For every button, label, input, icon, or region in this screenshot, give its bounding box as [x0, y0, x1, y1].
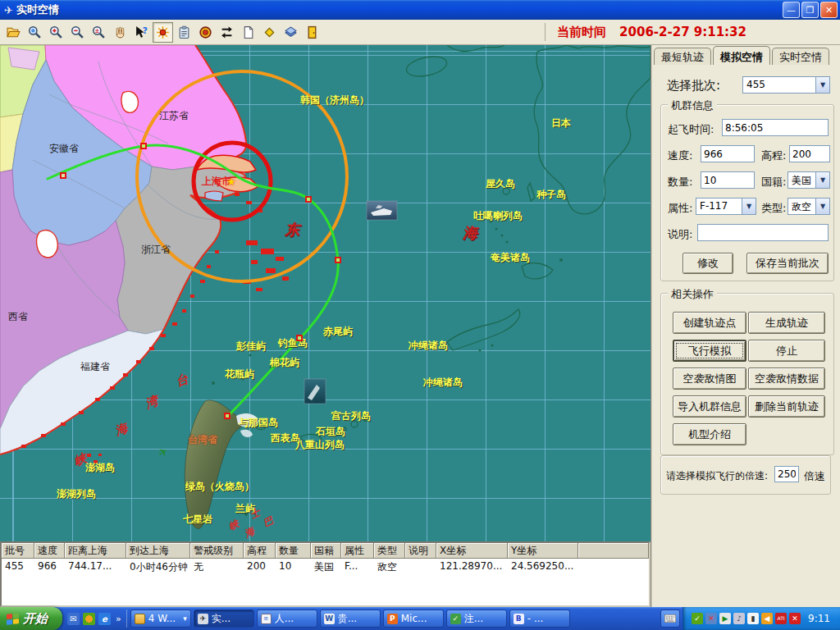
- zoom-extent-icon[interactable]: ±: [89, 22, 109, 43]
- chevron-down-icon[interactable]: ▾: [183, 614, 187, 623]
- speed-field[interactable]: [701, 145, 755, 162]
- taskbar-task-app-b[interactable]: B- ...: [509, 609, 570, 628]
- zoom-in-icon[interactable]: [46, 22, 66, 43]
- map-label: 八重山列岛: [295, 440, 345, 450]
- track-waypoint[interactable]: [305, 196, 312, 203]
- map-label: 吐噶喇列岛: [473, 211, 523, 221]
- map-label: 钓鱼岛: [278, 338, 308, 348]
- report-icon[interactable]: [174, 22, 194, 43]
- tab-shortest-track[interactable]: 最短轨迹: [654, 48, 711, 65]
- window-title: 实时空情: [16, 2, 59, 17]
- modify-button[interactable]: 修改: [682, 253, 733, 274]
- airstrike-data-button[interactable]: 空袭敌情数据: [748, 368, 825, 390]
- taskbar-task-folder-group[interactable]: 4 W...▾: [130, 609, 191, 628]
- taskbar-task-powerpoint[interactable]: PMic...: [383, 609, 444, 628]
- taskbar-task-notepad[interactable]: ≡人...: [257, 609, 317, 628]
- title-bar: ✈ 实时空情 — ❐ ✕: [0, 0, 840, 20]
- warning-sign-icon[interactable]: [259, 22, 280, 43]
- track-waypoint[interactable]: [224, 413, 231, 419]
- tray-clock[interactable]: 9:11: [808, 613, 830, 624]
- chevron-more-icon[interactable]: »: [116, 614, 121, 624]
- map-label: 韩国（济州岛）: [300, 95, 369, 105]
- messenger-icon[interactable]: ✉: [67, 613, 80, 625]
- ie-icon[interactable]: e: [98, 613, 111, 625]
- chevron-down-icon[interactable]: ▼: [815, 77, 829, 93]
- map-canvas[interactable]: 韩国（济州岛）日本屋久岛种子岛吐噶喇列岛奄美诸岛赤尾屿彭佳屿钓鱼岛棉花屿花瓶屿冲…: [0, 45, 651, 541]
- speed-label: 速度:: [668, 148, 692, 163]
- keyboard-layout-icon[interactable]: [660, 609, 680, 628]
- ati-icon[interactable]: ATI: [775, 613, 787, 624]
- zoom-select-icon[interactable]: [25, 22, 45, 43]
- takeoff-time-field[interactable]: [722, 119, 829, 136]
- pan-hand-icon[interactable]: [110, 22, 130, 43]
- map-label: 彭佳屿: [236, 341, 266, 351]
- airstrike-map-button[interactable]: 空袭敌情图: [673, 368, 746, 390]
- taskbar-task-word-doc[interactable]: W贵...: [320, 609, 381, 628]
- ship-photo-1: [367, 201, 397, 220]
- security-alert-icon[interactable]: ✕: [789, 613, 801, 624]
- chevron-down-icon[interactable]: ▼: [815, 172, 829, 188]
- type-select[interactable]: 敌空▼: [788, 198, 830, 215]
- track-waypoint[interactable]: [140, 143, 147, 149]
- chevron-down-icon[interactable]: ▼: [742, 199, 756, 214]
- generate-track-button[interactable]: 生成轨迹: [748, 312, 825, 334]
- track-waypoint[interactable]: [60, 172, 66, 179]
- svg-text:?: ?: [143, 25, 148, 36]
- track-waypoint[interactable]: [296, 335, 303, 341]
- media-tasks-icon[interactable]: ▶: [719, 613, 731, 624]
- taskbar: 开始 ✉ e » 4 W...▾✈实...≡人...W贵...PMic...✓注…: [0, 607, 840, 630]
- import-fleet-button[interactable]: 导入机群信息: [673, 395, 746, 418]
- msn-icon[interactable]: [83, 613, 95, 625]
- aircraft-intro-button[interactable]: 机型介绍: [673, 423, 746, 445]
- close-button[interactable]: ✕: [820, 2, 838, 18]
- current-time-label: 当前时间: [557, 25, 606, 40]
- layers-icon[interactable]: [281, 22, 301, 43]
- map-label: 与那国岛: [239, 418, 278, 427]
- track-data-table[interactable]: 批号 速度 距离上海 到达上海 警戒级别 高程 数量 国籍 属性 类型 说明 X…: [0, 541, 651, 607]
- alarm-target-icon[interactable]: [195, 22, 216, 43]
- chevron-down-icon[interactable]: ▼: [815, 199, 829, 214]
- tab-simulated-air[interactable]: 模拟空情: [713, 46, 770, 65]
- volume-icon[interactable]: ◀: [761, 613, 773, 624]
- antivirus-icon[interactable]: ✓: [692, 613, 703, 624]
- map-label: 种子岛: [536, 189, 566, 199]
- notepad-icon: ≡: [261, 614, 272, 624]
- batch-select[interactable]: 455 ▼: [742, 76, 830, 94]
- create-track-point-button[interactable]: 创建轨迹点: [673, 312, 746, 334]
- help-pointer-icon[interactable]: ?: [131, 22, 152, 43]
- new-document-icon[interactable]: [238, 22, 258, 43]
- nationality-select[interactable]: 美国▼: [788, 171, 830, 189]
- sound-mixer-icon[interactable]: ♪: [733, 613, 745, 624]
- maximize-button[interactable]: ❐: [801, 2, 819, 18]
- zoom-out-icon[interactable]: [67, 22, 88, 43]
- start-button[interactable]: 开始: [0, 607, 62, 630]
- note-field[interactable]: [697, 224, 829, 241]
- network-disconnected-icon[interactable]: ✕: [705, 613, 717, 624]
- tab-realtime-air[interactable]: 实时空情: [772, 48, 829, 65]
- table-row[interactable]: 455 966 744.17... 0小时46分钟 无 200 10 美国 F.…: [2, 559, 649, 573]
- save-batch-button[interactable]: 保存当前批次: [746, 253, 829, 274]
- panel-tabs: 最短轨迹 模拟空情 实时空情: [654, 46, 831, 65]
- stop-button[interactable]: 停止: [748, 340, 825, 362]
- delete-track-button[interactable]: 删除当前轨迹: [748, 395, 825, 418]
- map-label: 绿岛（火烧岛）: [185, 482, 254, 491]
- taskbar-task-register[interactable]: ✓注...: [446, 609, 507, 628]
- swap-arrows-icon[interactable]: [217, 22, 237, 43]
- task-label: 4 W...: [148, 613, 176, 624]
- altitude-field[interactable]: [789, 145, 830, 162]
- taskbar-task-plane[interactable]: ✈实...: [194, 609, 254, 628]
- open-file-icon[interactable]: [3, 22, 24, 43]
- task-label: 实...: [212, 612, 231, 626]
- attribute-select[interactable]: F-117▼: [696, 198, 756, 215]
- exit-door-icon[interactable]: [302, 22, 322, 43]
- ship-photo-2: [304, 379, 326, 404]
- minimize-button[interactable]: —: [783, 2, 800, 18]
- flight-simulate-button[interactable]: 飞行模拟: [673, 340, 746, 362]
- map-label: 江苏省: [159, 111, 189, 121]
- flash-point-icon[interactable]: [153, 22, 173, 43]
- battery-icon[interactable]: ▮: [747, 613, 759, 624]
- sim-speed-field[interactable]: [774, 466, 799, 482]
- quantity-field[interactable]: [701, 171, 755, 189]
- task-label: - ...: [527, 613, 544, 624]
- track-waypoint[interactable]: [335, 257, 341, 263]
